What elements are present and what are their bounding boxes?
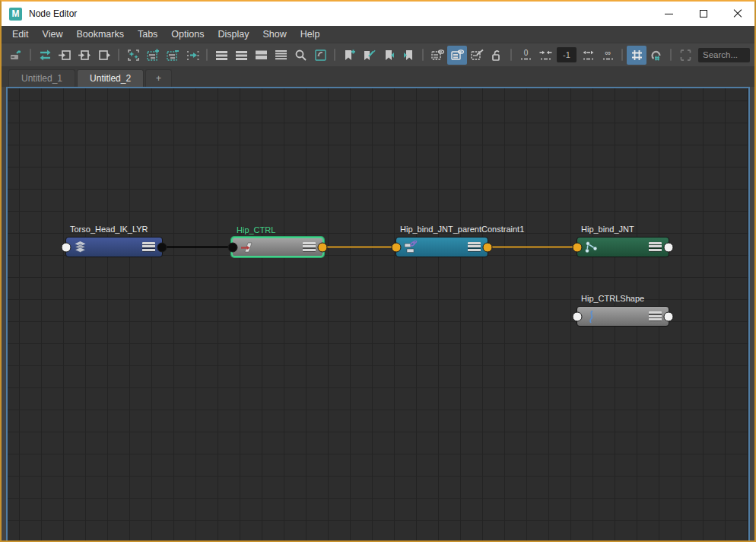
- transform-icon: [240, 241, 254, 254]
- node-hip-bind-jnt-parent-constraint1[interactable]: Hip_bind_JNT_parentConstraint1: [395, 237, 488, 257]
- menu-bar: Edit View Bookmarks Tabs Options Display…: [2, 26, 754, 43]
- menu-edit[interactable]: Edit: [5, 27, 36, 42]
- hidden-display-icon[interactable]: [467, 46, 487, 65]
- toolbar-separator: [510, 49, 512, 61]
- add-to-graph-icon[interactable]: [143, 46, 163, 65]
- frame-view-icon[interactable]: [310, 46, 330, 65]
- input-socket[interactable]: [392, 242, 402, 252]
- output-socket[interactable]: [664, 311, 674, 321]
- shape-display-icon[interactable]: [427, 46, 447, 65]
- node-label: Hip_CTRLShape: [581, 294, 644, 303]
- lock-unlocked-icon[interactable]: [487, 46, 507, 65]
- toolbar-separator: [422, 49, 424, 61]
- svg-text:∞: ∞: [605, 48, 611, 57]
- minimize-icon: [665, 14, 673, 14]
- menu-options[interactable]: Options: [164, 27, 211, 42]
- node-editor-window: M Node Editor Edit View Bookmarks Tabs O…: [0, 0, 756, 542]
- toolbar-separator: [670, 49, 672, 61]
- graph-output-connections-icon[interactable]: [94, 46, 114, 65]
- output-socket[interactable]: [157, 242, 167, 252]
- node-menu-icon[interactable]: [468, 242, 481, 252]
- graph-input-connections-icon[interactable]: [55, 46, 75, 65]
- nurbs-curve-icon: [584, 310, 599, 324]
- display-mode-simple-icon[interactable]: [211, 46, 231, 65]
- input-socket[interactable]: [62, 242, 71, 252]
- maya-app-icon: M: [9, 8, 22, 21]
- node-hip-bind-jnt[interactable]: Hip_bind_JNT: [577, 237, 669, 257]
- input-socket[interactable]: [573, 311, 583, 321]
- sync-connections-icon[interactable]: [35, 46, 55, 65]
- new-tab-button[interactable]: +: [145, 69, 172, 87]
- toolbar-separator: [30, 49, 31, 61]
- decrease-depth-icon[interactable]: [535, 46, 555, 65]
- toolbar-separator: [334, 49, 335, 61]
- search-input[interactable]: [698, 48, 750, 62]
- snap-to-grid-icon[interactable]: [646, 46, 666, 65]
- maximize-button[interactable]: [686, 2, 720, 26]
- remove-from-graph-icon[interactable]: [163, 46, 183, 65]
- next-bookmark-icon[interactable]: [399, 46, 418, 65]
- maximize-icon: [700, 10, 707, 18]
- display-mode-connected-icon[interactable]: [231, 46, 251, 65]
- node-label: Hip_bind_JNT: [581, 225, 634, 234]
- node-label: Hip_CTRL: [237, 225, 275, 234]
- menu-help[interactable]: Help: [294, 27, 327, 42]
- tab-untitled-1[interactable]: Untitled_1: [8, 69, 75, 87]
- node-menu-icon[interactable]: [649, 242, 662, 252]
- title-bar: M Node Editor: [2, 2, 754, 26]
- increase-depth-icon[interactable]: [578, 46, 598, 65]
- display-mode-custom-icon[interactable]: [271, 46, 291, 65]
- select-items-icon[interactable]: [123, 46, 143, 65]
- traversal-depth-input[interactable]: [557, 47, 577, 62]
- node-label: Hip_bind_JNT_parentConstraint1: [400, 225, 524, 234]
- parent-constraint-icon: [403, 241, 418, 254]
- svg-text:0: 0: [523, 49, 528, 57]
- menu-display[interactable]: Display: [211, 27, 256, 42]
- output-socket[interactable]: [318, 242, 328, 252]
- menu-view[interactable]: View: [36, 27, 70, 42]
- window-title: Node Editor: [29, 8, 77, 19]
- zoom-icon[interactable]: [291, 46, 310, 65]
- menu-bookmarks[interactable]: Bookmarks: [69, 27, 131, 42]
- output-socket[interactable]: [664, 242, 674, 252]
- toolbar-separator: [206, 49, 208, 61]
- input-socket[interactable]: [228, 242, 238, 252]
- joint-icon: [584, 241, 599, 254]
- close-icon: [733, 9, 742, 18]
- minimize-button[interactable]: [652, 2, 686, 26]
- pin-connections-icon[interactable]: [183, 46, 202, 65]
- graph-input-output-connections-icon[interactable]: [75, 46, 94, 65]
- node-hip-ctrl-shape[interactable]: Hip_CTRLShape: [577, 306, 669, 327]
- create-bookmark-icon[interactable]: [339, 46, 359, 65]
- close-button[interactable]: [720, 2, 754, 26]
- node-torso-head-ik-lyr[interactable]: Torso_Head_IK_LYR: [65, 237, 163, 257]
- node-hip-ctrl[interactable]: Hip_CTRL: [231, 237, 324, 257]
- display-mode-full-icon[interactable]: [251, 46, 271, 65]
- grid-toggle-icon[interactable]: [627, 46, 646, 65]
- menu-tabs[interactable]: Tabs: [131, 27, 164, 42]
- add-node-icon[interactable]: [6, 46, 26, 65]
- tab-untitled-2[interactable]: Untitled_2: [77, 69, 144, 87]
- toolbar: 0 ∞: [2, 43, 754, 66]
- tab-bar: Untitled_1 Untitled_2 +: [2, 66, 754, 87]
- node-label: Torso_Head_IK_LYR: [70, 225, 148, 234]
- node-menu-icon[interactable]: [649, 311, 662, 321]
- node-menu-icon[interactable]: [142, 242, 155, 252]
- unlimited-depth-icon[interactable]: ∞: [598, 46, 618, 65]
- edit-bookmarks-icon[interactable]: [359, 46, 379, 65]
- menu-show[interactable]: Show: [256, 27, 293, 42]
- node-menu-icon[interactable]: [303, 242, 316, 252]
- previous-bookmark-icon[interactable]: [379, 46, 399, 65]
- traversal-depth-zero-icon[interactable]: 0: [516, 46, 535, 65]
- output-socket[interactable]: [483, 242, 493, 252]
- transform-display-icon[interactable]: [447, 46, 467, 65]
- crop-region-icon[interactable]: [675, 46, 695, 65]
- toolbar-separator: [621, 49, 623, 61]
- toolbar-separator: [118, 49, 119, 61]
- input-socket[interactable]: [573, 242, 583, 252]
- node-graph-canvas[interactable]: Torso_Head_IK_LYR Hip_CTRL Hip_bind_JNT_…: [6, 87, 750, 540]
- display-layer-icon: [73, 241, 87, 254]
